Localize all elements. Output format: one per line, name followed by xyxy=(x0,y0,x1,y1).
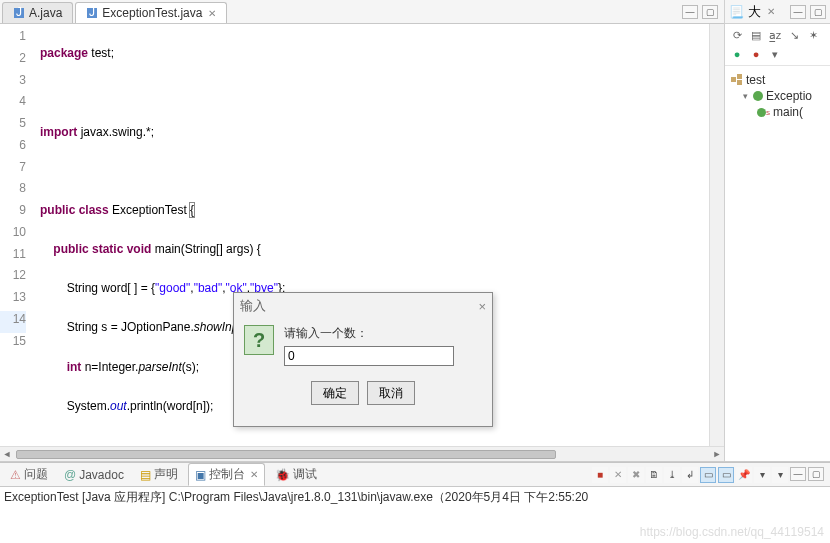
tab-debug[interactable]: 🐞调试 xyxy=(269,464,323,485)
hide-fields-icon[interactable]: ● xyxy=(729,46,745,62)
outline-package-label: test xyxy=(746,73,765,87)
outline-package[interactable]: test xyxy=(731,72,828,88)
dialog-input[interactable] xyxy=(284,346,454,366)
java-file-icon: J xyxy=(13,7,25,19)
bottom-tabbar: ⚠问题 @Javadoc ▤声明 ▣控制台✕ 🐞调试 ■ ✕ ✖ 🗎 ⤓ ↲ ▭… xyxy=(0,463,830,487)
close-icon[interactable]: ✕ xyxy=(767,6,775,17)
svg-rect-5 xyxy=(737,74,742,79)
svg-text:J: J xyxy=(89,7,95,19)
outline-toolbar: ⟳ ▤ a̲z ↘ ✶ ● ● ▾ xyxy=(725,24,830,66)
maximize-button[interactable]: ▢ xyxy=(810,5,826,19)
ok-button[interactable]: 确定 xyxy=(311,381,359,405)
remove-launch-button[interactable]: ✕ xyxy=(610,467,626,483)
minimize-button[interactable]: — xyxy=(790,467,806,481)
outline-view: 📃 大 ✕ — ▢ ⟳ ▤ a̲z ↘ ✶ ● ● ▾ test ▾ Ex xyxy=(725,0,830,461)
word-wrap-button[interactable]: ↲ xyxy=(682,467,698,483)
expand-icon[interactable]: ▾ xyxy=(741,91,750,101)
line-gutter: 1 2 3 4 5 6 7 8 9 10 11 12 13 14 15 xyxy=(0,24,34,446)
show-console-button[interactable]: ▭ xyxy=(700,467,716,483)
outline-title: 大 xyxy=(748,3,761,21)
svg-text:J: J xyxy=(16,7,22,19)
hide-nonpublic-icon[interactable]: ✶ xyxy=(805,27,821,43)
question-icon: ? xyxy=(244,325,274,355)
outline-class[interactable]: ▾ Exceptio xyxy=(741,88,828,104)
java-file-icon: J xyxy=(86,7,98,19)
horizontal-scrollbar[interactable]: ◄► xyxy=(0,446,724,461)
tab-a-java[interactable]: J A.java xyxy=(2,2,73,23)
clear-console-button[interactable]: 🗎 xyxy=(646,467,662,483)
minimize-button[interactable]: — xyxy=(682,5,698,19)
close-icon[interactable]: × xyxy=(478,299,486,314)
close-icon[interactable]: ✕ xyxy=(250,469,258,480)
outline-icon: 📃 xyxy=(729,5,744,19)
svg-rect-6 xyxy=(737,80,742,85)
class-icon xyxy=(753,91,763,101)
tab-console[interactable]: ▣控制台✕ xyxy=(188,463,265,486)
maximize-button[interactable]: ▢ xyxy=(808,467,824,481)
tab-label: ExceptionTest.java xyxy=(102,6,202,20)
tab-declaration[interactable]: ▤声明 xyxy=(134,464,184,485)
remove-all-button[interactable]: ✖ xyxy=(628,467,644,483)
tab-javadoc[interactable]: @Javadoc xyxy=(58,466,130,484)
tab-problems[interactable]: ⚠问题 xyxy=(4,464,54,485)
package-icon xyxy=(731,74,743,86)
minimize-button[interactable]: — xyxy=(790,5,806,19)
svg-rect-4 xyxy=(731,77,736,82)
hide-static-icon[interactable]: ↘ xyxy=(786,27,802,43)
focus-icon[interactable]: ⟳ xyxy=(729,27,745,43)
dialog-message: 请输入一个数： xyxy=(284,325,482,342)
vertical-scrollbar[interactable] xyxy=(709,24,724,446)
cancel-button[interactable]: 取消 xyxy=(367,381,415,405)
tab-label: A.java xyxy=(29,6,62,20)
display-selected-button[interactable]: ▾ xyxy=(754,467,770,483)
close-icon[interactable]: ✕ xyxy=(208,8,216,19)
terminate-button[interactable]: ■ xyxy=(592,467,608,483)
input-dialog: 输入 × ? 请输入一个数： 确定 取消 xyxy=(233,292,493,427)
method-icon xyxy=(757,108,766,117)
sort-icon[interactable]: ▤ xyxy=(748,27,764,43)
outline-method[interactable]: s main( xyxy=(757,104,828,120)
az-icon[interactable]: a̲z xyxy=(767,27,783,43)
pin-console-button[interactable]: 📌 xyxy=(736,467,752,483)
outline-method-label: main( xyxy=(773,105,803,119)
console-status: ExceptionTest [Java 应用程序] C:\Program Fil… xyxy=(0,487,830,521)
hide-local-icon[interactable]: ● xyxy=(748,46,764,62)
scroll-lock-button[interactable]: ⤓ xyxy=(664,467,680,483)
menu-icon[interactable]: ▾ xyxy=(767,46,783,62)
tab-exceptiontest-java[interactable]: J ExceptionTest.java ✕ xyxy=(75,2,227,23)
editor-tabbar: J A.java J ExceptionTest.java ✕ — ▢ xyxy=(0,0,724,24)
show-console-error-button[interactable]: ▭ xyxy=(718,467,734,483)
maximize-button[interactable]: ▢ xyxy=(702,5,718,19)
outline-class-label: Exceptio xyxy=(766,89,812,103)
dialog-title: 输入 xyxy=(240,297,266,315)
watermark: https://blog.csdn.net/qq_44119514 xyxy=(0,521,830,543)
open-console-button[interactable]: ▾ xyxy=(772,467,788,483)
